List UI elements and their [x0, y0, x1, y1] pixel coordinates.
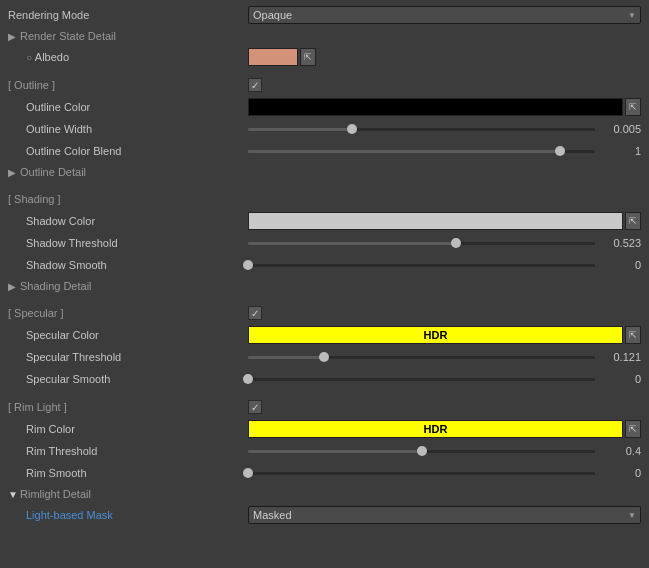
specular-threshold-thumb[interactable] — [319, 352, 329, 362]
specular-check-icon: ✓ — [251, 308, 259, 319]
specular-smooth-track[interactable] — [248, 378, 595, 381]
rim-color-label: Rim Color — [8, 423, 248, 435]
rim-threshold-fill — [248, 450, 422, 453]
rimlight-detail-row[interactable]: ▼ Rimlight Detail — [0, 484, 649, 504]
rim-smooth-display: 0 — [601, 467, 641, 479]
rim-smooth-label: Rim Smooth — [8, 467, 248, 479]
outline-color-blend-track[interactable] — [248, 150, 595, 153]
outline-width-slider[interactable]: 0.005 — [248, 120, 641, 138]
outline-color-picker-icon[interactable]: ⇱ — [625, 98, 641, 116]
albedo-value-area: ⇱ — [248, 48, 641, 66]
shadow-color-picker-icon[interactable]: ⇱ — [625, 212, 641, 230]
light-based-mask-label: Light-based Mask — [8, 509, 248, 521]
shadow-threshold-display: 0.523 — [601, 237, 641, 249]
rim-smooth-slider[interactable]: 0 — [248, 464, 641, 482]
shadow-threshold-row: Shadow Threshold 0.523 — [0, 232, 649, 254]
specular-color-value: HDR ⇱ — [248, 326, 641, 344]
shading-detail-row[interactable]: ▶ Shading Detail — [0, 276, 649, 296]
shadow-smooth-row: Shadow Smooth 0 — [0, 254, 649, 276]
specular-threshold-track[interactable] — [248, 356, 595, 359]
light-based-mask-value: Masked ▼ — [248, 506, 641, 524]
rendering-mode-row: Rendering Mode Opaque ▼ — [0, 4, 649, 26]
specular-color-swatch[interactable]: HDR — [248, 326, 623, 344]
specular-section-row: [ Specular ] ✓ — [0, 302, 649, 324]
outline-check-icon: ✓ — [251, 80, 259, 91]
rim-color-picker-icon[interactable]: ⇱ — [625, 420, 641, 438]
mask-dropdown-arrow-icon: ▼ — [628, 511, 636, 520]
outline-checkbox-area: ✓ — [248, 78, 641, 92]
rim-smooth-row: Rim Smooth 0 — [0, 462, 649, 484]
outline-width-value: 0.005 — [248, 120, 641, 138]
rim-threshold-row: Rim Threshold 0.4 — [0, 440, 649, 462]
shadow-smooth-label: Shadow Smooth — [8, 259, 248, 271]
specular-checkbox[interactable]: ✓ — [248, 306, 262, 320]
specular-smooth-label: Specular Smooth — [8, 373, 248, 385]
outline-color-blend-thumb[interactable] — [555, 146, 565, 156]
rim-color-value: HDR ⇱ — [248, 420, 641, 438]
shadow-smooth-thumb[interactable] — [243, 260, 253, 270]
specular-threshold-slider[interactable]: 0.121 — [248, 348, 641, 366]
light-based-mask-link[interactable]: Light-based Mask — [26, 509, 113, 521]
shadow-color-value: ⇱ — [248, 212, 641, 230]
outline-color-row: Outline Color ⇱ — [0, 96, 649, 118]
outline-checkbox[interactable]: ✓ — [248, 78, 262, 92]
light-based-mask-row: Light-based Mask Masked ▼ — [0, 504, 649, 526]
albedo-text: Albedo — [35, 51, 69, 63]
outline-width-thumb[interactable] — [347, 124, 357, 134]
outline-detail-row[interactable]: ▶ Outline Detail — [0, 162, 649, 182]
rim-threshold-label: Rim Threshold — [8, 445, 248, 457]
shadow-threshold-thumb[interactable] — [451, 238, 461, 248]
rimlight-checkbox[interactable]: ✓ — [248, 400, 262, 414]
shadow-color-swatch[interactable] — [248, 212, 623, 230]
shading-detail-arrow-icon: ▶ — [8, 281, 20, 292]
rim-smooth-value: 0 — [248, 464, 641, 482]
shadow-smooth-slider[interactable]: 0 — [248, 256, 641, 274]
rimlight-section-label: [ Rim Light ] — [8, 401, 248, 413]
shadow-smooth-display: 0 — [601, 259, 641, 271]
outline-detail-arrow-icon: ▶ — [8, 167, 20, 178]
specular-smooth-thumb[interactable] — [243, 374, 253, 384]
rim-smooth-thumb[interactable] — [243, 468, 253, 478]
shading-detail-label: Shading Detail — [20, 280, 260, 292]
shadow-threshold-track[interactable] — [248, 242, 595, 245]
shadow-threshold-label: Shadow Threshold — [8, 237, 248, 249]
specular-checkbox-area: ✓ — [248, 306, 641, 320]
rim-threshold-track[interactable] — [248, 450, 595, 453]
specular-smooth-slider[interactable]: 0 — [248, 370, 641, 388]
albedo-color-swatch[interactable] — [248, 48, 298, 66]
albedo-picker-icon[interactable]: ⇱ — [300, 48, 316, 66]
rim-smooth-track[interactable] — [248, 472, 595, 475]
outline-detail-label: Outline Detail — [20, 166, 260, 178]
outline-color-swatch[interactable] — [248, 98, 623, 116]
outline-width-track[interactable] — [248, 128, 595, 131]
outline-color-blend-value: 1 — [248, 142, 641, 160]
rim-color-swatch[interactable]: HDR — [248, 420, 623, 438]
render-state-arrow-icon: ▶ — [8, 31, 20, 42]
specular-threshold-display: 0.121 — [601, 351, 641, 363]
specular-section-label: [ Specular ] — [8, 307, 248, 319]
outline-width-row: Outline Width 0.005 — [0, 118, 649, 140]
outline-width-label: Outline Width — [8, 123, 248, 135]
rim-threshold-value: 0.4 — [248, 442, 641, 460]
rimlight-check-icon: ✓ — [251, 402, 259, 413]
shadow-threshold-fill — [248, 242, 456, 245]
specular-threshold-value: 0.121 — [248, 348, 641, 366]
rim-threshold-thumb[interactable] — [417, 446, 427, 456]
rendering-mode-dropdown[interactable]: Opaque ▼ — [248, 6, 641, 24]
render-state-detail-row[interactable]: ▶ Render State Detail — [0, 26, 649, 46]
specular-threshold-row: Specular Threshold 0.121 — [0, 346, 649, 368]
specular-color-row: Specular Color HDR ⇱ — [0, 324, 649, 346]
rendering-mode-value: Opaque ▼ — [248, 6, 641, 24]
specular-color-picker-icon[interactable]: ⇱ — [625, 326, 641, 344]
shadow-smooth-value: 0 — [248, 256, 641, 274]
shadow-smooth-track[interactable] — [248, 264, 595, 267]
dropdown-arrow-icon: ▼ — [628, 11, 636, 20]
rim-threshold-slider[interactable]: 0.4 — [248, 442, 641, 460]
outline-color-value: ⇱ — [248, 98, 641, 116]
outline-color-blend-slider[interactable]: 1 — [248, 142, 641, 160]
specular-smooth-row: Specular Smooth 0 — [0, 368, 649, 390]
shadow-threshold-slider[interactable]: 0.523 — [248, 234, 641, 252]
light-based-mask-dropdown[interactable]: Masked ▼ — [248, 506, 641, 524]
outline-color-blend-label: Outline Color Blend — [8, 145, 248, 157]
outline-color-blend-row: Outline Color Blend 1 — [0, 140, 649, 162]
